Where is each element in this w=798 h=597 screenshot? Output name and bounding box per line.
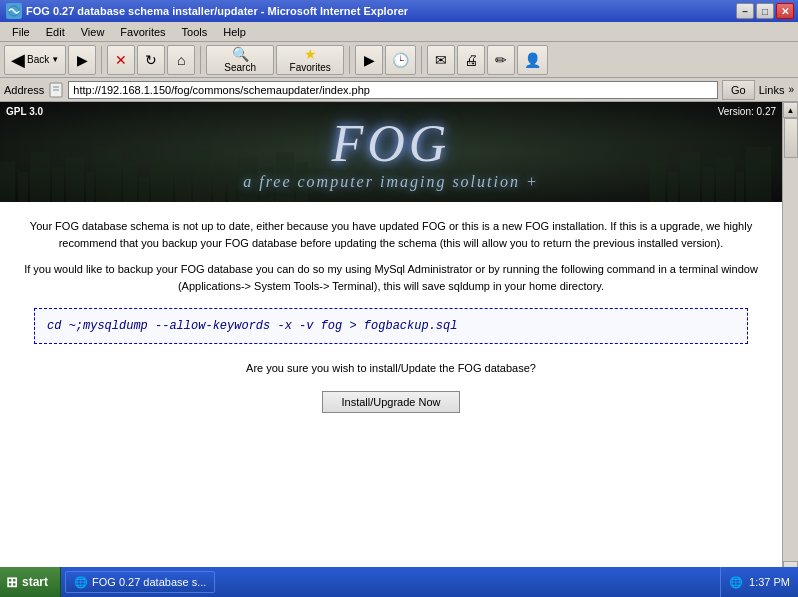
menu-favorites[interactable]: Favorites <box>112 24 173 40</box>
window-title: FOG 0.27 database schema installer/updat… <box>26 5 408 17</box>
toolbar-separator-4 <box>421 46 422 74</box>
scroll-thumb[interactable] <box>784 118 798 158</box>
home-icon: ⌂ <box>177 53 185 67</box>
go-button[interactable]: Go <box>722 80 755 100</box>
title-bar: FOG 0.27 database schema installer/updat… <box>0 0 798 22</box>
menu-file[interactable]: File <box>4 24 38 40</box>
media-button[interactable]: ▶ <box>355 45 383 75</box>
menu-view[interactable]: View <box>73 24 113 40</box>
svg-rect-23 <box>668 172 678 202</box>
mail-button[interactable]: ✉ <box>427 45 455 75</box>
start-button[interactable]: ⊞ start <box>0 567 61 597</box>
scroll-up-arrow[interactable]: ▲ <box>783 102 798 118</box>
svg-rect-12 <box>139 177 149 202</box>
taskbar-ie-item[interactable]: 🌐 FOG 0.27 database s... <box>65 571 215 593</box>
messenger-icon: 👤 <box>524 53 541 67</box>
svg-rect-14 <box>175 170 191 202</box>
history-button[interactable]: 🕒 <box>385 45 416 75</box>
refresh-icon: ↻ <box>145 53 157 67</box>
links-label: Links <box>759 84 785 96</box>
info-text-1: Your FOG database schema is not up to da… <box>24 218 758 251</box>
fog-version-label: Version: 0.27 <box>718 106 776 117</box>
toolbar-separator-1 <box>101 46 102 74</box>
svg-rect-13 <box>151 154 173 202</box>
history-icon: 🕒 <box>392 53 409 67</box>
ie-icon <box>6 3 22 19</box>
home-button[interactable]: ⌂ <box>167 45 195 75</box>
svg-rect-11 <box>123 162 137 202</box>
address-bar: Address Go Links » <box>0 78 798 102</box>
svg-rect-15 <box>193 150 211 202</box>
toolbar-separator-2 <box>200 46 201 74</box>
fog-subtitle: a free computer imaging solution + <box>243 173 539 191</box>
edit-button[interactable]: ✏ <box>487 45 515 75</box>
fog-gpl-label: GPL 3.0 <box>6 106 43 117</box>
taskbar-items: 🌐 FOG 0.27 database s... <box>61 571 720 593</box>
search-label: Search <box>224 62 256 73</box>
start-label: start <box>22 575 48 589</box>
svg-rect-24 <box>680 152 700 202</box>
install-button[interactable]: Install/Upgrade Now <box>322 391 459 413</box>
svg-rect-10 <box>96 147 121 202</box>
scrollbar[interactable]: ▲ ▼ <box>782 102 798 577</box>
forward-button[interactable]: ▶ <box>68 45 96 75</box>
fog-header-text: FOG a free computer imaging solution + <box>243 114 539 191</box>
print-button[interactable]: 🖨 <box>457 45 485 75</box>
forward-icon: ▶ <box>77 53 88 67</box>
print-icon: 🖨 <box>464 53 478 67</box>
back-dropdown-icon: ▼ <box>51 55 59 64</box>
windows-icon: ⊞ <box>6 574 18 590</box>
svg-rect-7 <box>52 167 64 202</box>
close-button[interactable]: ✕ <box>776 3 794 19</box>
stop-button[interactable]: ✕ <box>107 45 135 75</box>
svg-rect-28 <box>746 147 771 202</box>
back-label: Back <box>27 54 49 65</box>
svg-rect-6 <box>30 152 50 202</box>
minimize-button[interactable]: – <box>736 3 754 19</box>
svg-rect-16 <box>213 164 225 202</box>
page-icon <box>48 82 64 98</box>
info-text-2: If you would like to backup your FOG dat… <box>24 261 758 294</box>
maximize-button[interactable]: □ <box>756 3 774 19</box>
main-content: Your FOG database schema is not up to da… <box>0 202 782 445</box>
taskbar-ie-icon: 🌐 <box>74 576 88 589</box>
address-label: Address <box>4 84 44 96</box>
back-button[interactable]: ◀ Back ▼ <box>4 45 66 75</box>
install-btn-container: Install/Upgrade Now <box>24 391 758 413</box>
favorites-button[interactable]: ★ Favorites <box>276 45 344 75</box>
links-arrow-icon: » <box>788 84 794 95</box>
stop-icon: ✕ <box>115 53 127 67</box>
menu-tools[interactable]: Tools <box>174 24 216 40</box>
refresh-button[interactable]: ↻ <box>137 45 165 75</box>
confirm-text: Are you sure you wish to install/Update … <box>24 360 758 377</box>
back-icon: ◀ <box>11 51 25 69</box>
toolbar-separator-3 <box>349 46 350 74</box>
svg-rect-22 <box>650 162 665 202</box>
search-icon: 🔍 <box>232 47 249 61</box>
favorites-label: Favorites <box>290 62 331 73</box>
menu-help[interactable]: Help <box>215 24 254 40</box>
menu-bar: File Edit View Favorites Tools Help <box>0 22 798 42</box>
favorites-icon: ★ <box>304 47 317 61</box>
address-input[interactable] <box>68 81 718 99</box>
svg-rect-9 <box>86 172 94 202</box>
edit-icon: ✏ <box>495 53 507 67</box>
browser-content: GPL 3.0 Version: 0.27 FOG a free compute… <box>0 102 798 597</box>
svg-rect-26 <box>716 157 734 202</box>
svg-rect-17 <box>228 174 236 202</box>
svg-rect-27 <box>736 172 744 202</box>
taskbar: ⊞ start 🌐 FOG 0.27 database s... 🌐 1:37 … <box>0 567 798 597</box>
svg-rect-4 <box>0 162 15 202</box>
mail-icon: ✉ <box>435 53 447 67</box>
taskbar-time: 1:37 PM <box>749 576 790 588</box>
network-icon: 🌐 <box>729 576 743 589</box>
svg-rect-8 <box>66 157 84 202</box>
menu-edit[interactable]: Edit <box>38 24 73 40</box>
fog-title: FOG <box>243 114 539 173</box>
search-button[interactable]: 🔍 Search <box>206 45 274 75</box>
command-box: cd ~;mysqldump --allow-keywords -x -v fo… <box>34 308 748 344</box>
svg-rect-25 <box>702 167 714 202</box>
media-icon: ▶ <box>364 53 375 67</box>
messenger-button[interactable]: 👤 <box>517 45 548 75</box>
toolbar: ◀ Back ▼ ▶ ✕ ↻ ⌂ 🔍 Search ★ Favorites ▶ <box>0 42 798 78</box>
